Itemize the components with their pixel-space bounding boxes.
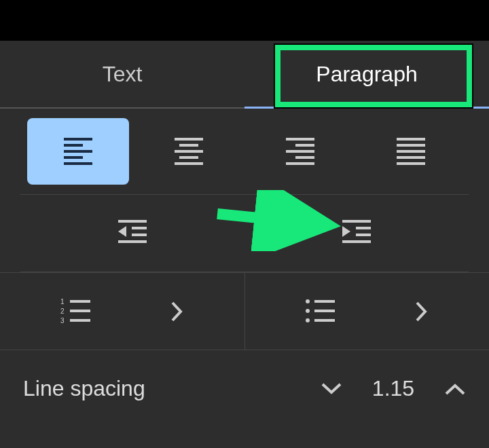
svg-rect-1 bbox=[132, 227, 147, 229]
svg-rect-2 bbox=[132, 234, 147, 236]
align-center-button[interactable] bbox=[138, 118, 240, 185]
tab-paragraph[interactable]: Paragraph bbox=[244, 41, 489, 107]
align-right-button[interactable] bbox=[249, 118, 351, 185]
chevron-right-icon bbox=[415, 301, 429, 322]
numbered-list-more-button[interactable] bbox=[170, 301, 184, 322]
tab-paragraph-label: Paragraph bbox=[316, 62, 417, 87]
line-spacing-row: Line spacing 1.15 bbox=[0, 350, 489, 427]
tab-text-label: Text bbox=[103, 62, 143, 87]
chevron-up-icon bbox=[444, 382, 466, 396]
svg-rect-0 bbox=[118, 220, 147, 223]
svg-marker-4 bbox=[118, 226, 126, 237]
line-spacing-increase-button[interactable] bbox=[444, 382, 466, 396]
svg-rect-6 bbox=[356, 227, 371, 229]
svg-rect-7 bbox=[356, 234, 371, 236]
svg-rect-14 bbox=[70, 310, 90, 312]
numbered-list-button[interactable]: 1 2 3 bbox=[60, 299, 90, 324]
svg-rect-8 bbox=[342, 240, 371, 243]
numbered-list-icon: 1 2 3 bbox=[60, 299, 90, 324]
svg-rect-5 bbox=[342, 220, 371, 223]
align-right-icon bbox=[286, 138, 314, 165]
bulleted-list-button[interactable] bbox=[305, 299, 335, 324]
svg-text:1: 1 bbox=[60, 299, 65, 305]
align-left-button[interactable] bbox=[27, 118, 129, 185]
chevron-right-icon bbox=[170, 301, 184, 322]
formatting-panel: Text Paragraph bbox=[0, 41, 489, 448]
chevron-down-icon bbox=[321, 382, 342, 396]
align-left-icon bbox=[64, 138, 92, 165]
svg-point-17 bbox=[306, 309, 310, 313]
svg-point-16 bbox=[306, 299, 310, 303]
svg-text:3: 3 bbox=[60, 317, 65, 324]
increase-indent-icon bbox=[342, 220, 371, 247]
list-row: 1 2 3 bbox=[0, 272, 489, 350]
svg-rect-15 bbox=[70, 319, 90, 322]
align-center-icon bbox=[175, 138, 203, 165]
align-justify-icon bbox=[397, 138, 425, 165]
svg-point-18 bbox=[306, 318, 310, 322]
svg-rect-3 bbox=[118, 240, 147, 243]
bulleted-list-icon bbox=[305, 299, 335, 324]
svg-rect-13 bbox=[70, 300, 90, 303]
line-spacing-label: Line spacing bbox=[23, 376, 321, 401]
svg-rect-21 bbox=[314, 319, 335, 322]
tab-bar: Text Paragraph bbox=[0, 41, 489, 109]
decrease-indent-icon bbox=[118, 220, 147, 247]
alignment-row bbox=[20, 109, 469, 195]
line-spacing-decrease-button[interactable] bbox=[321, 382, 342, 396]
svg-text:2: 2 bbox=[60, 307, 65, 315]
increase-indent-button[interactable] bbox=[244, 195, 469, 272]
svg-rect-19 bbox=[314, 300, 335, 303]
indent-row bbox=[20, 195, 469, 272]
decrease-indent-button[interactable] bbox=[20, 195, 244, 272]
tab-text[interactable]: Text bbox=[0, 41, 244, 107]
svg-marker-9 bbox=[342, 226, 350, 237]
align-justify-button[interactable] bbox=[360, 118, 462, 185]
line-spacing-value: 1.15 bbox=[369, 376, 417, 401]
bulleted-list-more-button[interactable] bbox=[415, 301, 429, 322]
svg-rect-20 bbox=[314, 310, 335, 312]
